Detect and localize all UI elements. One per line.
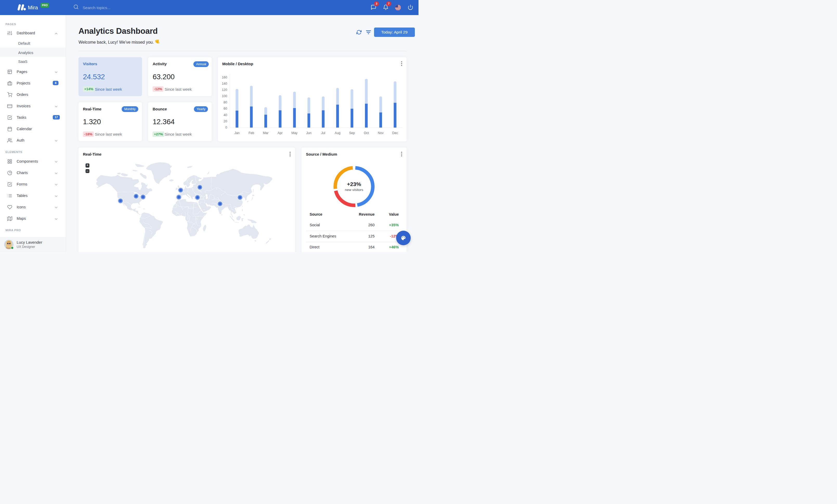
svg-text:Mar: Mar [263, 131, 268, 135]
svg-text:Jun: Jun [306, 131, 311, 135]
svg-text:Jan: Jan [234, 131, 240, 135]
svg-text:60: 60 [224, 107, 227, 110]
svg-text:20: 20 [224, 119, 227, 123]
svg-text:Nov: Nov [378, 131, 384, 135]
svg-text:Dec: Dec [392, 131, 398, 135]
svg-text:40: 40 [224, 113, 227, 117]
svg-text:Apr: Apr [278, 131, 283, 135]
svg-text:Aug: Aug [335, 131, 340, 135]
svg-text:May: May [291, 131, 298, 135]
svg-text:Oct: Oct [364, 131, 369, 135]
svg-text:80: 80 [224, 100, 227, 104]
svg-text:140: 140 [222, 82, 227, 86]
svg-text:0: 0 [225, 126, 227, 129]
svg-text:Sep: Sep [349, 131, 355, 135]
svg-text:Jul: Jul [321, 131, 325, 135]
svg-text:100: 100 [222, 94, 227, 98]
svg-text:120: 120 [222, 88, 227, 92]
svg-text:160: 160 [222, 76, 227, 79]
svg-text:Feb: Feb [249, 131, 254, 135]
